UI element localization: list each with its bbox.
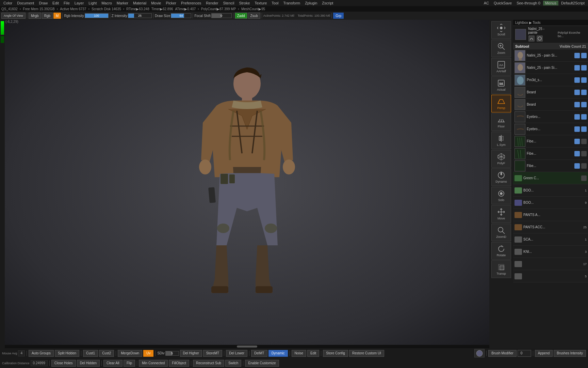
subtool-eye-2[interactable] xyxy=(574,77,580,83)
restore-custom-ui-btn[interactable]: Restore Custom UI xyxy=(349,350,384,357)
folder-misc1[interactable]: 17 xyxy=(513,258,588,270)
quick-save-btn[interactable]: QuickSave xyxy=(492,1,514,5)
m-btn[interactable]: M xyxy=(53,13,61,19)
menu-draw[interactable]: Draw xyxy=(37,1,50,5)
color-swatch-dark[interactable] xyxy=(1,36,4,43)
folder-sca[interactable]: SCA... 1 xyxy=(513,233,588,246)
subtool-eye2-fiber1[interactable] xyxy=(581,139,587,144)
menu-transform[interactable]: Transform xyxy=(281,1,303,5)
subtool-eye2-0[interactable] xyxy=(581,53,587,58)
subtool-eye-0[interactable] xyxy=(574,53,580,58)
zsub-btn[interactable]: Zsub xyxy=(248,13,260,19)
auto-groups-btn[interactable]: Auto Groups xyxy=(29,350,54,357)
menu-zplugin[interactable]: Zplugin xyxy=(303,1,319,5)
enable-customize-btn[interactable]: Enable Customize xyxy=(245,360,279,367)
menu-render[interactable]: Render xyxy=(204,1,220,5)
clear-all-btn[interactable]: Clear AlI xyxy=(103,360,122,367)
subtool-item-beard2[interactable]: Beard xyxy=(513,98,588,111)
subtool-item-fiber3[interactable]: Fibe... xyxy=(513,160,588,172)
menu-stroke[interactable]: Stroke xyxy=(237,1,252,5)
angle-of-view-btn[interactable]: Angle Of View xyxy=(1,13,26,19)
subtool-item-2[interactable]: Pm3d_s... xyxy=(513,74,588,86)
cust1-btn[interactable]: Cust1 xyxy=(83,350,98,357)
rgb-btn[interactable]: Rgb xyxy=(42,13,53,19)
menu-color[interactable]: Color xyxy=(1,1,14,5)
uv-btn[interactable]: Uv xyxy=(143,350,153,357)
menu-material[interactable]: Material xyxy=(131,1,148,5)
subtool-eye2-eyebrow1[interactable] xyxy=(581,114,587,120)
fill-object-btn[interactable]: FillObject xyxy=(169,360,189,367)
rgb-intensity-slider[interactable]: Rgb Intensity 100 xyxy=(64,13,108,18)
menu-edit[interactable]: Edit xyxy=(50,1,61,5)
switch-btn[interactable]: Switch xyxy=(225,360,241,367)
subtool-eye-fiber2[interactable] xyxy=(574,151,580,156)
menu-stencil[interactable]: Stencil xyxy=(221,1,236,5)
merge-down-btn[interactable]: MergeDown xyxy=(118,350,142,357)
persp-btn[interactable]: Persp xyxy=(491,95,511,112)
del-mt-btn[interactable]: DelMT xyxy=(251,350,267,357)
menu-zscript[interactable]: Zscript xyxy=(320,1,335,5)
brush-modifier-val[interactable]: 0 xyxy=(518,350,531,357)
brushes-intensity-btn[interactable]: Brushes Intensity xyxy=(554,350,586,357)
subtool-item-1[interactable]: Nalini_25 - pain Si... xyxy=(513,62,588,74)
folder-pants2[interactable]: PANTS ACC... 25 xyxy=(513,221,588,233)
noise-btn[interactable]: Noise xyxy=(292,350,307,357)
see-through-btn[interactable]: See-through 0 xyxy=(514,1,542,5)
menus-btn[interactable]: Menus xyxy=(543,1,558,5)
color-swatch-green[interactable] xyxy=(1,21,4,35)
sdiv-slider[interactable]: SDiv 5 xyxy=(157,351,179,356)
mrgb-btn[interactable]: Mrgb xyxy=(29,13,41,19)
draw-size-slider[interactable]: Draw Size 64 xyxy=(155,13,192,18)
subtool-item-0[interactable]: Nalini_25 - pain Si... xyxy=(513,49,588,62)
subtool-eye2-fiber2[interactable] xyxy=(581,151,587,156)
menu-tool[interactable]: Tool xyxy=(270,1,280,5)
zoomd-btn[interactable]: ZoomD xyxy=(491,224,511,241)
subtool-eye2-beard1[interactable] xyxy=(581,90,587,95)
apply-sphere-icon[interactable] xyxy=(474,349,485,357)
default2script-btn[interactable]: Default2Script xyxy=(559,1,587,5)
subtool-eye-beard1[interactable] xyxy=(574,90,580,95)
menu-layer[interactable]: Layer xyxy=(72,1,86,5)
subtool-item-fiber1[interactable]: Fibe... xyxy=(513,135,588,148)
store-config-btn[interactable]: Store Config xyxy=(323,350,348,357)
dynamo-btn[interactable]: Dynamo xyxy=(491,168,511,186)
reconstruct-sub-btn[interactable]: Reconstruct Sub xyxy=(193,360,224,367)
menu-document[interactable]: Document xyxy=(15,1,36,5)
zadd-btn[interactable]: Zadd xyxy=(235,13,247,19)
subtool-eye-beard2[interactable] xyxy=(574,102,580,107)
subtool-eye-fiber1[interactable] xyxy=(574,139,580,144)
subtool-eye2-fiber3[interactable] xyxy=(581,163,587,169)
subtool-eye2-2[interactable] xyxy=(581,77,587,83)
cust2-btn[interactable]: Cust2 xyxy=(99,350,114,357)
store-mt-btn[interactable]: StoreMT xyxy=(203,350,222,357)
focal-shift-slider[interactable]: Focal Shift 0 xyxy=(194,13,231,18)
subtool-item-greenc[interactable]: Green C... xyxy=(513,172,588,184)
subtool-item-eyebrow2[interactable]: Eyebro... xyxy=(513,123,588,135)
subtool-eye-1[interactable] xyxy=(574,65,580,71)
scroll-thumb[interactable] xyxy=(237,346,257,348)
zoom-btn[interactable]: Zoom xyxy=(491,40,511,57)
subtool-item-eyebrow1[interactable]: Eyebro... xyxy=(513,111,588,123)
del-higher-btn[interactable]: Del Higher xyxy=(180,350,202,357)
close-holes-btn[interactable]: Close Holes xyxy=(51,360,76,367)
transp-btn[interactable]: Transp xyxy=(491,260,511,278)
dynamic-btn[interactable]: Dynamic xyxy=(268,350,288,357)
subtool-eye-fiber3[interactable] xyxy=(574,163,580,169)
del-lower-btn[interactable]: Del Lower xyxy=(226,350,247,357)
split-hidden-btn[interactable]: Split Hidden xyxy=(55,350,79,357)
viewport-scrollbar[interactable] xyxy=(5,345,489,348)
grp-btn[interactable]: Grp xyxy=(333,13,344,19)
menu-macro[interactable]: Macro xyxy=(99,1,114,5)
folder-pants1[interactable]: PANTS A... xyxy=(513,209,588,221)
menu-picker[interactable]: Picker xyxy=(164,1,178,5)
folder-boo2[interactable]: BOO... 9 xyxy=(513,197,588,209)
folder-misc2[interactable]: 5 xyxy=(513,270,588,282)
subtool-eye-greenc[interactable] xyxy=(581,175,587,181)
menu-file[interactable]: File xyxy=(62,1,72,5)
polyf-btn[interactable]: PolyF xyxy=(491,150,511,168)
menu-texture[interactable]: Texture xyxy=(252,1,269,5)
append-btn[interactable]: Append xyxy=(535,350,553,357)
z-intensity-slider[interactable]: Z Intensity 25 xyxy=(112,13,152,18)
lsym-btn[interactable]: L.Sym xyxy=(491,132,511,149)
flip-btn[interactable]: Flip xyxy=(124,360,135,367)
